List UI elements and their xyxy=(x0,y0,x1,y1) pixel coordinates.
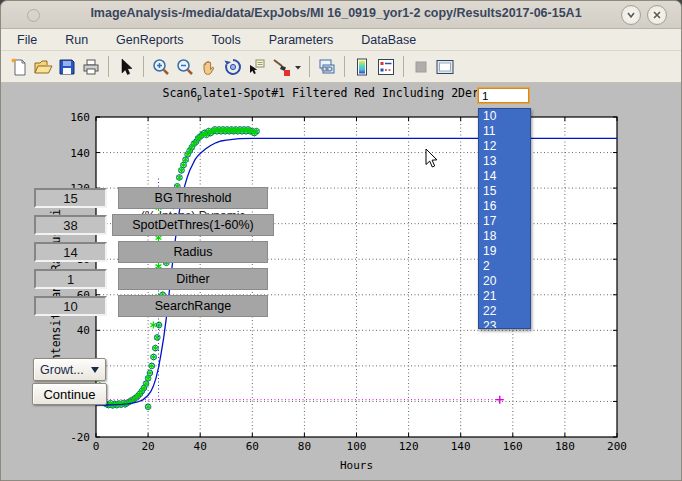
svg-text:160: 160 xyxy=(70,111,90,124)
chevron-down-icon xyxy=(625,9,637,21)
toolbar-separator xyxy=(108,56,109,77)
new-file-icon[interactable] xyxy=(7,55,31,79)
toolbar-separator xyxy=(143,56,144,77)
svg-text:Hours: Hours xyxy=(340,459,373,472)
svg-text:180: 180 xyxy=(555,440,575,453)
spot-list-item[interactable]: 21 xyxy=(479,289,530,304)
rotate-3d-icon[interactable] xyxy=(221,55,245,79)
param-button-dither[interactable]: Dither xyxy=(118,268,268,290)
spot-list-item[interactable]: 13 xyxy=(479,154,530,169)
svg-text:40: 40 xyxy=(194,440,207,453)
svg-text:140: 140 xyxy=(70,147,90,160)
menu-bar: FileRunGenReportsToolsParametersDataBase xyxy=(1,29,681,51)
param-button-bg-threshold[interactable]: BG Threshold xyxy=(118,187,268,209)
toolbar-separator xyxy=(344,56,345,77)
param-input-dither[interactable] xyxy=(34,269,107,289)
pan-hand-icon[interactable] xyxy=(197,55,221,79)
spot-list-item[interactable]: 14 xyxy=(479,169,530,184)
brush-icon[interactable] xyxy=(269,55,293,79)
menu-item-parameters[interactable]: Parameters xyxy=(266,32,337,48)
zoom-in-icon[interactable] xyxy=(149,55,173,79)
svg-text:60: 60 xyxy=(246,440,259,453)
growth-mode-dropdown[interactable]: Growt... xyxy=(33,358,106,381)
svg-text:-20: -20 xyxy=(70,431,90,444)
param-button-spotdetthres-1-60-[interactable]: SpotDetThres(1-60%) xyxy=(112,214,274,236)
zoom-out-icon[interactable] xyxy=(173,55,197,79)
spot-list-item[interactable]: 2 xyxy=(479,259,530,274)
pointer-icon[interactable] xyxy=(114,55,138,79)
menu-item-database[interactable]: DataBase xyxy=(358,32,419,48)
spot-list-item[interactable]: 16 xyxy=(479,199,530,214)
param-input-bg-threshold[interactable] xyxy=(34,188,107,208)
toolbar-separator xyxy=(403,56,404,77)
show-plot-tools-icon[interactable] xyxy=(433,55,457,79)
close-window-button[interactable] xyxy=(647,5,667,25)
svg-text:140: 140 xyxy=(451,440,471,453)
spot-list-item[interactable]: 10 xyxy=(479,109,530,124)
app-window: ImageAnalysis-/media/data/ExpJobs/MI 16_… xyxy=(0,0,682,481)
param-input-spotdetthres-1-60-[interactable] xyxy=(34,215,107,235)
spot-list-item[interactable]: 18 xyxy=(479,229,530,244)
save-icon[interactable] xyxy=(55,55,79,79)
param-button-radius[interactable]: Radius xyxy=(118,241,268,263)
toolbar-separator xyxy=(309,56,310,77)
svg-text:120: 120 xyxy=(399,440,419,453)
open-file-icon[interactable] xyxy=(31,55,55,79)
print-icon[interactable] xyxy=(79,55,103,79)
data-cursor-icon[interactable] xyxy=(245,55,269,79)
legend-icon[interactable] xyxy=(374,55,398,79)
spot-list-item[interactable]: 20 xyxy=(479,274,530,289)
close-icon xyxy=(651,9,663,21)
link-plots-icon[interactable] xyxy=(315,55,339,79)
growth-mode-label: Growt... xyxy=(40,363,84,377)
spot-list-item[interactable]: 15 xyxy=(479,184,530,199)
svg-text:100: 100 xyxy=(347,440,367,453)
continue-button[interactable]: Continue xyxy=(32,383,107,405)
menu-item-file[interactable]: File xyxy=(14,32,40,48)
svg-text:160: 160 xyxy=(503,440,523,453)
svg-text:200: 200 xyxy=(607,440,627,453)
svg-text:0: 0 xyxy=(93,440,100,453)
spot-number-list: 10111213141516171819220212223 xyxy=(478,108,531,329)
spot-list-item[interactable]: 23 xyxy=(479,319,530,329)
chevron-down-icon xyxy=(91,367,99,377)
spot-number-input[interactable] xyxy=(478,88,529,103)
brush-dropdown-caret[interactable] xyxy=(293,55,304,79)
svg-text:20: 20 xyxy=(141,440,154,453)
shade-window-button[interactable] xyxy=(621,5,641,25)
param-input-radius[interactable] xyxy=(34,242,107,262)
colorbar-icon[interactable] xyxy=(350,55,374,79)
hide-plot-tools-icon[interactable] xyxy=(409,55,433,79)
toolbar xyxy=(1,51,681,83)
mouse-cursor-icon xyxy=(425,148,439,169)
window-menu-icon[interactable] xyxy=(27,9,40,22)
figure-canvas: 020406080100120140160180200-200204060801… xyxy=(1,83,682,481)
menu-item-genreports[interactable]: GenReports xyxy=(113,32,186,48)
spot-list-item[interactable]: 22 xyxy=(479,304,530,319)
spot-list-item[interactable]: 17 xyxy=(479,214,530,229)
title-bar[interactable]: ImageAnalysis-/media/data/ExpJobs/MI 16_… xyxy=(1,1,681,29)
param-input-searchrange[interactable] xyxy=(34,296,107,316)
spot-list-item[interactable]: 11 xyxy=(479,124,530,139)
window-title: ImageAnalysis-/media/data/ExpJobs/MI 16_… xyxy=(61,6,611,20)
spot-list-item[interactable]: 19 xyxy=(479,244,530,259)
svg-text:80: 80 xyxy=(298,440,311,453)
menu-item-tools[interactable]: Tools xyxy=(209,32,244,48)
svg-text:40: 40 xyxy=(77,324,90,337)
param-button-searchrange[interactable]: SearchRange xyxy=(118,295,268,317)
spot-list-item[interactable]: 12 xyxy=(479,139,530,154)
menu-item-run[interactable]: Run xyxy=(62,32,91,48)
